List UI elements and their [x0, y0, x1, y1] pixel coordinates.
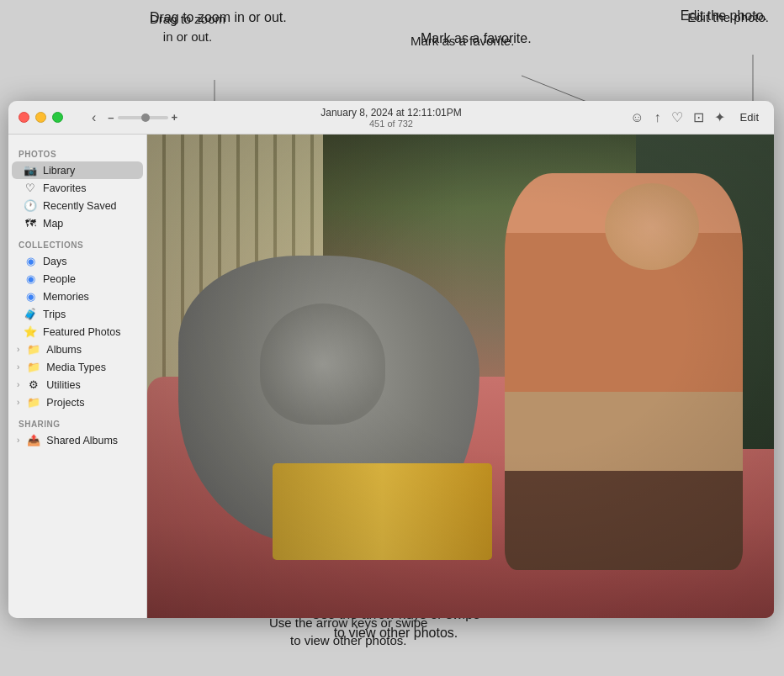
sidebar-item-label-featured-photos: Featured Photos	[43, 326, 120, 338]
sidebar-section-collections: Collections	[8, 232, 146, 252]
sidebar-item-label-people: People	[43, 273, 76, 285]
media-types-chevron: ›	[17, 362, 19, 372]
sidebar-item-favorites[interactable]: ♡ Favorites	[12, 179, 143, 197]
tooltip-drag-zoom: Drag to zoom in or out.	[150, 8, 287, 27]
titlebar: ‹ – + January 8, 2024 at 12:11:01PM 451 …	[8, 101, 774, 135]
tooltip-edit-text: Edit the photo.	[681, 8, 767, 23]
favorite-icon[interactable]: ♡	[671, 109, 683, 125]
traffic-lights	[19, 112, 63, 123]
sidebar-item-label-shared-albums: Shared Albums	[46, 435, 118, 446]
trips-icon: 🧳	[24, 308, 37, 320]
tooltip-mark-favorite: Mark as a favorite.	[421, 29, 532, 48]
sidebar-item-label-library: Library	[43, 165, 75, 177]
zoom-minus[interactable]: –	[108, 111, 114, 124]
albums-icon: 📁	[27, 343, 40, 356]
sidebar-item-label-projects: Projects	[46, 397, 84, 409]
sidebar-item-label-recently-saved: Recently Saved	[43, 200, 117, 212]
utilities-chevron: ›	[17, 380, 19, 389]
sidebar-item-people[interactable]: ◉ People	[12, 270, 143, 288]
share-icon[interactable]: ↑	[654, 110, 661, 125]
people-icon: ◉	[24, 272, 37, 285]
sidebar-item-media-types[interactable]: › 📁 Media Types	[12, 358, 143, 376]
photo-info: January 8, 2024 at 12:11:01PM 451 of 732	[320, 107, 461, 129]
recently-saved-icon: 🕐	[24, 199, 37, 212]
map-icon: 🗺	[24, 217, 37, 230]
sidebar-item-recently-saved[interactable]: 🕐 Recently Saved	[12, 197, 143, 214]
projects-icon: 📁	[27, 396, 40, 409]
shared-albums-icon: 📤	[27, 434, 40, 446]
projects-chevron: ›	[17, 398, 19, 407]
photo-date: January 8, 2024 at 12:11:01PM	[320, 107, 461, 119]
sidebar-item-label-media-types: Media Types	[46, 362, 106, 373]
sidebar-section-sharing: Sharing	[8, 411, 146, 431]
adjust-icon[interactable]: ✦	[714, 109, 725, 125]
sidebar-item-trips[interactable]: 🧳 Trips	[12, 305, 143, 323]
back-button[interactable]: ‹	[88, 110, 99, 125]
memories-icon: ◉	[24, 290, 37, 303]
tooltip-drag-zoom-text: Drag to zoom in or out.	[150, 10, 287, 24]
tooltip-drag-zoom-rendered: Drag to zoomin or out.	[150, 10, 225, 45]
zoom-plus[interactable]: +	[172, 111, 178, 124]
sidebar-item-library[interactable]: 📷 Library	[12, 161, 143, 179]
sidebar-item-albums[interactable]: › 📁 Albums	[12, 341, 143, 358]
sidebar-item-label-memories: Memories	[43, 291, 89, 303]
sidebar-item-label-map: Map	[43, 218, 63, 230]
zoom-thumb[interactable]	[141, 114, 150, 122]
sidebar-item-label-trips: Trips	[43, 309, 66, 320]
tooltip-favorite-text: Mark as a favorite.	[421, 31, 532, 45]
tooltip-favorite-rendered: Mark as a favorite.	[411, 32, 514, 50]
sidebar-item-label-favorites: Favorites	[43, 182, 86, 194]
close-button[interactable]	[19, 112, 29, 123]
tooltip-edit-rendered: Edit the photo.	[687, 8, 769, 26]
sidebar-item-label-albums: Albums	[46, 344, 82, 356]
sidebar-item-label-utilities: Utilities	[46, 379, 80, 391]
app-window: ‹ – + January 8, 2024 at 12:11:01PM 451 …	[8, 101, 774, 618]
sidebar-item-projects[interactable]: › 📁 Projects	[12, 393, 143, 411]
albums-chevron: ›	[17, 345, 19, 354]
sidebar-section-photos: Photos	[8, 141, 146, 161]
utilities-icon: ⚙	[27, 378, 40, 391]
zoom-slider-area: – +	[108, 111, 177, 124]
crop-icon[interactable]: ⊡	[693, 109, 704, 125]
library-icon: 📷	[24, 164, 37, 177]
sidebar-item-label-days: Days	[43, 256, 66, 267]
sidebar: Photos 📷 Library ♡ Favorites 🕐 Recently …	[8, 135, 147, 618]
featured-photos-icon: ⭐	[24, 325, 37, 338]
minimize-button[interactable]	[35, 112, 46, 123]
sidebar-item-days[interactable]: ◉ Days	[12, 252, 143, 270]
sidebar-item-memories[interactable]: ◉ Memories	[12, 288, 143, 305]
photo-view[interactable]	[147, 135, 774, 618]
media-types-icon: 📁	[27, 361, 40, 373]
tooltip-edit-photo: Edit the photo.	[681, 7, 767, 25]
nav-controls: ‹ – +	[88, 110, 177, 125]
main-content: Photos 📷 Library ♡ Favorites 🕐 Recently …	[8, 135, 774, 618]
maximize-button[interactable]	[52, 112, 63, 123]
face-detection-icon[interactable]: ☺	[630, 110, 644, 125]
days-icon: ◉	[24, 255, 37, 267]
edit-button[interactable]: Edit	[735, 109, 764, 125]
sidebar-item-map[interactable]: 🗺 Map	[12, 214, 143, 232]
sidebar-item-featured-photos[interactable]: ⭐ Featured Photos	[12, 323, 143, 341]
photo-count: 451 of 732	[320, 119, 461, 129]
toolbar-actions: ☺ ↑ ♡ ⊡ ✦ Edit	[630, 109, 764, 125]
favorites-icon: ♡	[24, 182, 37, 194]
zoom-track[interactable]	[118, 116, 168, 119]
sidebar-item-shared-albums[interactable]: › 📤 Shared Albums	[12, 431, 143, 449]
shared-albums-chevron: ›	[17, 436, 19, 445]
sidebar-item-utilities[interactable]: › ⚙ Utilities	[12, 376, 143, 393]
tooltip-arrow-rendered: Use the arrow keys or swipeto view other…	[269, 614, 427, 649]
